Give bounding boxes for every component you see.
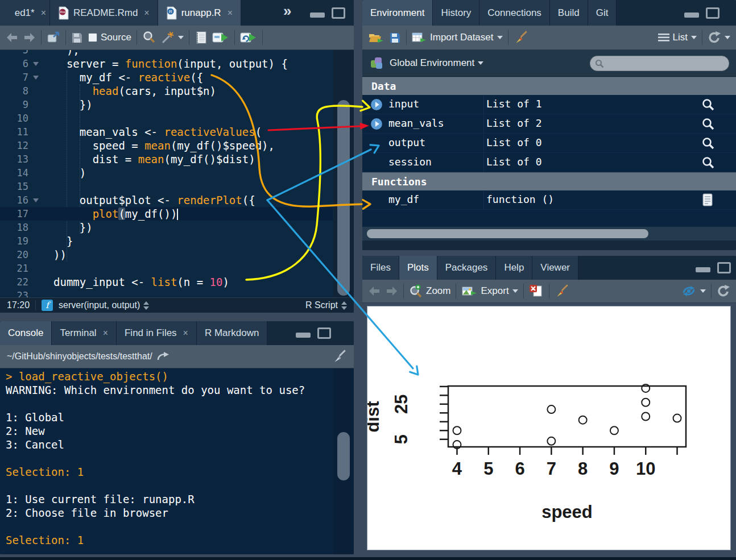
fold-marker-icon[interactable] xyxy=(33,62,39,66)
clear-environment-broom-icon[interactable] xyxy=(514,30,528,45)
rerun-source-icon[interactable] xyxy=(240,31,257,44)
refresh-environment-button[interactable] xyxy=(708,31,730,44)
environment-row-output[interactable]: outputList of 0 xyxy=(362,134,736,153)
checkbox-icon[interactable] xyxy=(88,33,97,42)
environment-search-input[interactable] xyxy=(607,59,724,68)
close-icon[interactable]: × xyxy=(228,8,233,18)
close-icon[interactable]: × xyxy=(144,8,149,18)
environment-search[interactable] xyxy=(590,56,729,71)
file-type-selector[interactable]: R Script xyxy=(305,300,347,310)
code-line-21[interactable]: 21 xyxy=(0,262,333,275)
code-line-7[interactable]: 7 my_df <- reactive({ xyxy=(0,70,333,84)
maximize-icon[interactable] xyxy=(717,262,731,273)
editor-scrollbar-thumb[interactable] xyxy=(337,100,350,296)
environment-hscrollbar-thumb[interactable] xyxy=(367,229,648,238)
tab-viewer[interactable]: Viewer xyxy=(532,256,578,280)
code-line-11[interactable]: 11 mean_vals <- reactiveValues( xyxy=(0,125,333,139)
tab-terminal[interactable]: Terminal × xyxy=(52,321,117,345)
console-output[interactable]: > load_reactive_objects()WARNING: Which … xyxy=(0,368,354,554)
close-icon[interactable]: × xyxy=(103,328,108,338)
code-line-16[interactable]: 16 output$plot <- renderPlot({ xyxy=(0,193,333,207)
code-line-23[interactable]: 23 xyxy=(0,289,333,297)
code-line-8[interactable]: 8 head(cars, input$n) xyxy=(0,84,333,98)
expand-icon[interactable] xyxy=(370,118,383,130)
code-line-22[interactable]: 22dummy_input <- list(n = 10) xyxy=(0,275,333,289)
environment-row-mean_vals[interactable]: mean_valsList of 2 xyxy=(362,114,736,134)
code-line-18[interactable]: 18 }) xyxy=(0,221,333,234)
tab-environment[interactable]: Environment xyxy=(362,0,433,26)
forward-icon[interactable] xyxy=(23,32,36,43)
code-line-12[interactable]: 12 speed = mean(my_df()$speed), xyxy=(0,139,333,152)
next-plot-icon[interactable] xyxy=(386,286,398,296)
save-workspace-icon[interactable] xyxy=(389,32,401,44)
minimize-icon[interactable] xyxy=(310,7,325,19)
scope-selector[interactable]: server(input, output) xyxy=(59,300,149,310)
environment-row-my_df[interactable]: my_dffunction () xyxy=(362,190,736,210)
maximize-icon[interactable] xyxy=(332,7,345,19)
editor-tab-untitled[interactable]: ed1* × xyxy=(0,0,50,26)
editor-tab-runapp[interactable]: R runapp.R × xyxy=(158,0,241,26)
minimize-icon[interactable] xyxy=(684,7,699,19)
code-line-15[interactable]: 15 xyxy=(0,180,333,193)
clear-plots-broom-icon[interactable] xyxy=(555,284,569,298)
code-line-6[interactable]: 6 server = function(input, output) { xyxy=(0,57,333,70)
goto-directory-icon[interactable] xyxy=(157,352,169,361)
code-line-5[interactable]: 5 ), xyxy=(0,50,333,57)
import-dataset-button[interactable]: Import Dataset xyxy=(412,31,503,44)
fold-marker-icon[interactable] xyxy=(33,198,39,202)
tab-r-markdown[interactable]: R Markdown xyxy=(197,321,267,345)
tab-files[interactable]: Files xyxy=(362,256,399,280)
console-scrollbar-thumb[interactable] xyxy=(337,432,350,480)
save-icon[interactable] xyxy=(71,32,83,44)
fold-marker-icon[interactable] xyxy=(33,76,39,80)
code-line-20[interactable]: 20)) xyxy=(0,248,333,262)
view-function-icon[interactable] xyxy=(701,193,715,207)
minimize-icon[interactable] xyxy=(696,262,710,273)
tab-build[interactable]: Build xyxy=(550,0,588,26)
tab-connections[interactable]: Connections xyxy=(479,0,550,26)
editor-tab-readme[interactable]: Rmd README.Rmd × xyxy=(50,0,158,26)
environment-row-input[interactable]: inputList of 1 xyxy=(362,95,736,114)
code-line-13[interactable]: 13 dist = mean(my_df()$dist) xyxy=(0,152,333,166)
code-line-9[interactable]: 9 }) xyxy=(0,98,333,111)
tab-git[interactable]: Git xyxy=(588,0,617,26)
tab-plots[interactable]: Plots xyxy=(399,256,437,280)
code-line-19[interactable]: 19 } xyxy=(0,234,333,248)
export-plot-button[interactable]: Export xyxy=(461,285,518,297)
tab-packages[interactable]: Packages xyxy=(437,256,497,280)
view-mode-selector[interactable]: List xyxy=(658,32,697,43)
environment-row-session[interactable]: sessionList of 0 xyxy=(362,153,736,172)
load-workspace-icon[interactable] xyxy=(368,31,384,44)
code-line-14[interactable]: 14 ) xyxy=(0,166,333,180)
tab-help[interactable]: Help xyxy=(496,256,532,280)
maximize-icon[interactable] xyxy=(706,7,720,19)
expand-icon[interactable] xyxy=(370,98,383,111)
minimize-icon[interactable] xyxy=(296,327,311,339)
open-in-new-window-icon[interactable] xyxy=(47,31,60,44)
tab-console[interactable]: Console xyxy=(0,321,52,345)
inspect-magnifier-icon[interactable] xyxy=(701,156,715,169)
refresh-plot-icon[interactable] xyxy=(717,284,730,298)
maximize-icon[interactable] xyxy=(317,327,331,339)
close-icon[interactable]: × xyxy=(183,328,188,338)
run-line-icon[interactable] xyxy=(212,31,229,44)
tab-overflow-icon[interactable]: » xyxy=(283,2,291,20)
source-on-save-toggle[interactable]: Source xyxy=(88,32,131,43)
remove-plot-icon[interactable] xyxy=(529,284,544,298)
inspect-magnifier-icon[interactable] xyxy=(701,136,715,150)
code-line-10[interactable]: 10 xyxy=(0,111,333,125)
tab-find-in-files[interactable]: Find in Files × xyxy=(117,321,197,345)
tab-history[interactable]: History xyxy=(433,0,479,26)
back-icon[interactable] xyxy=(6,32,18,43)
code-editor[interactable]: 5 ),6 server = function(input, output) {… xyxy=(0,50,354,297)
inspect-magnifier-icon[interactable] xyxy=(701,98,715,111)
close-icon[interactable]: × xyxy=(41,8,46,18)
previous-plot-icon[interactable] xyxy=(368,286,381,296)
publish-button[interactable] xyxy=(681,285,706,297)
zoom-plot-button[interactable]: Zoom xyxy=(409,284,450,298)
find-replace-icon[interactable] xyxy=(142,31,156,44)
code-tools-button[interactable] xyxy=(161,31,184,44)
scope-dropdown[interactable]: Global Environment xyxy=(390,57,483,69)
inspect-magnifier-icon[interactable] xyxy=(701,117,715,131)
code-line-17[interactable]: 17 plot(my_df()) xyxy=(0,207,333,221)
